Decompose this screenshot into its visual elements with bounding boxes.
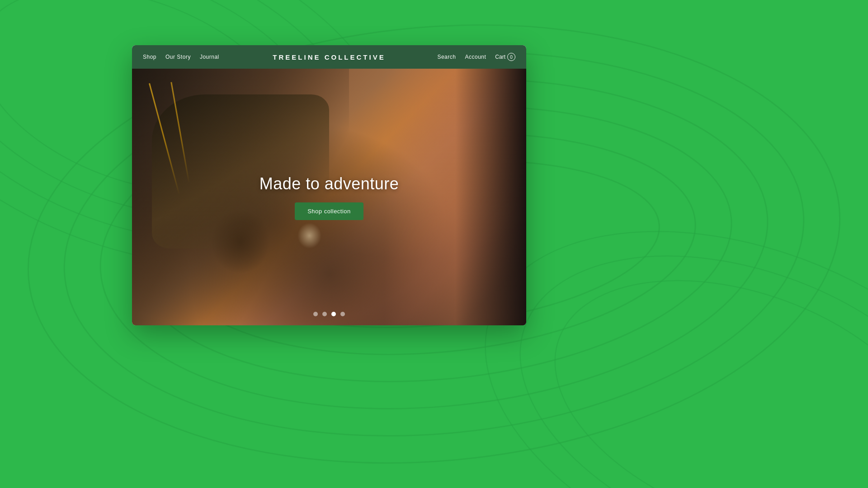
nav-right: Search Account Cart 0: [437, 53, 515, 61]
brand-logo[interactable]: TREELINE COLLECTIVE: [273, 53, 385, 61]
nav-cart[interactable]: Cart 0: [495, 53, 515, 61]
navbar: Shop Our Story Journal TREELINE COLLECTI…: [132, 45, 526, 69]
nav-journal[interactable]: Journal: [200, 54, 219, 60]
nav-shop[interactable]: Shop: [143, 54, 156, 60]
carousel-dot-4[interactable]: [340, 312, 345, 316]
svg-point-12: [520, 233, 868, 488]
carousel-dot-2[interactable]: [322, 312, 327, 316]
nav-search[interactable]: Search: [437, 54, 456, 60]
cart-label: Cart: [495, 54, 505, 60]
svg-point-11: [479, 199, 868, 488]
hero-content: Made to adventure Shop collection: [132, 69, 526, 325]
nav-left: Shop Our Story Journal: [143, 54, 219, 60]
nav-our-story[interactable]: Our Story: [165, 54, 191, 60]
carousel-dots: [313, 312, 345, 316]
hero-section: Made to adventure Shop collection: [132, 69, 526, 325]
shop-collection-button[interactable]: Shop collection: [295, 202, 363, 220]
browser-window: Shop Our Story Journal TREELINE COLLECTI…: [132, 45, 526, 325]
carousel-dot-3[interactable]: [331, 312, 336, 316]
hero-title: Made to adventure: [259, 174, 399, 193]
cart-count: 0: [507, 53, 515, 61]
carousel-dot-1[interactable]: [313, 312, 318, 316]
nav-account[interactable]: Account: [465, 54, 486, 60]
